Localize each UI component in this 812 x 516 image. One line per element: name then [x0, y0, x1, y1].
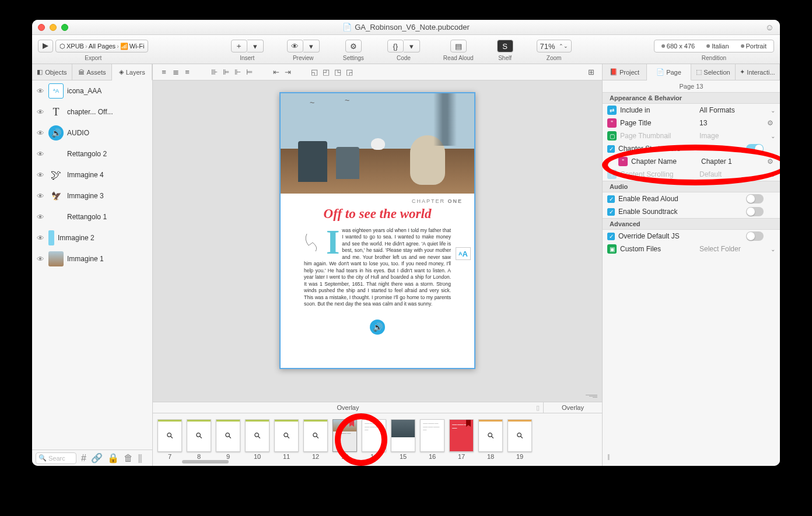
prop-custom-files[interactable]: ▣ Custom Files Select Folder ⌄ — [603, 243, 780, 255]
visibility-toggle[interactable]: 👁 — [36, 233, 45, 243]
checkbox-override-js[interactable]: ✓ — [607, 233, 615, 240]
arrange-icon-2[interactable]: ◰ — [321, 67, 331, 78]
thumb-page-12[interactable]: ⚲12 — [303, 419, 328, 460]
distribute-icon-2[interactable]: ⊫ — [220, 67, 231, 78]
layer-item[interactable]: 👁 🕊 Immagine 4 — [32, 164, 152, 185]
layer-item[interactable]: 👁 ᴬA icona_AAA — [32, 80, 152, 101]
hash-icon[interactable]: # — [81, 453, 86, 464]
layer-item[interactable]: 👁 T chapter... Off... — [32, 101, 152, 122]
checkbox-soundtrack[interactable]: ✓ — [607, 208, 615, 216]
panel-drag-handle[interactable]: ||| — [607, 453, 609, 460]
prop-chapter-name[interactable]: " Chapter Name Chapter 1 ⚙ — [603, 155, 780, 168]
layer-item[interactable]: 👁 Immagine 1 — [32, 248, 152, 269]
lock-icon[interactable]: 🔒 — [107, 452, 119, 464]
thumb-page-18[interactable]: ⚲18 — [478, 419, 503, 460]
link-icon[interactable]: 🔗 — [91, 452, 103, 464]
thumb-scrollbar[interactable] — [159, 460, 596, 465]
prop-chapter-starts[interactable]: ✓ Chapter Starts Here — [603, 142, 780, 155]
toggle-soundtrack[interactable] — [746, 207, 764, 216]
tab-layers[interactable]: ◈Layers — [112, 64, 152, 80]
thumb-page-13[interactable]: ━━━━ ━━━━━ ━━━ ━━━━13 — [332, 419, 357, 460]
rendition-selector[interactable]: 680 x 476 Italian Portrait — [654, 40, 774, 52]
audio-play-button[interactable]: 🔊 — [370, 320, 385, 335]
toggle-chapter-starts[interactable] — [746, 144, 764, 153]
arrange-icon-3[interactable]: ◳ — [332, 67, 343, 78]
preview-button[interactable]: 👁 — [287, 40, 303, 52]
checkbox-chapter-starts[interactable]: ✓ — [607, 145, 615, 153]
thumb-page-10[interactable]: ⚲10 — [245, 419, 270, 460]
toggle-override-js[interactable] — [746, 231, 764, 241]
visibility-toggle[interactable]: 👁 — [36, 107, 45, 117]
settings-button[interactable]: ⚙ — [345, 40, 362, 52]
align-center-icon[interactable]: ≣ — [170, 67, 181, 78]
tab-selection[interactable]: ⬚Selection — [691, 64, 736, 80]
tab-project[interactable]: 📕Project — [603, 64, 647, 80]
visibility-toggle[interactable]: 👁 — [36, 170, 45, 180]
prop-include-in[interactable]: ⇄ Include in All Formats ⌄ — [603, 104, 780, 117]
thumb-page-16[interactable]: ━━━━ ━━━━━ ━━━ ━━━━ ━━━━ ━━━━━ ━━━16 — [420, 419, 444, 460]
code-dropdown[interactable]: ▾ — [404, 40, 420, 52]
tab-interactivity[interactable]: ✦Interacti... — [736, 64, 780, 80]
visibility-toggle[interactable]: 👁 — [36, 191, 45, 201]
minimize-window-button[interactable] — [50, 24, 57, 31]
layer-item[interactable]: 👁 🦅 Immagine 3 — [32, 185, 152, 206]
code-button[interactable]: {} — [387, 40, 404, 52]
arrange-icon-4[interactable]: ◲ — [344, 67, 355, 78]
insert-button[interactable]: ＋ — [231, 40, 247, 52]
thumb-page-17[interactable]: ━━━━ ━━━━━ ━━━ ━━━━17 — [449, 419, 474, 460]
spacing-icon[interactable]: ⇤ — [271, 67, 281, 78]
thumb-page-14[interactable]: ━━━━ ━━━━━ ━━━ ━━━━ ━━━━ ━━━━━ ━━━14 — [362, 419, 386, 460]
spacing-icon-2[interactable]: ⇥ — [282, 67, 293, 78]
distribute-icon-3[interactable]: ⊩ — [232, 67, 243, 78]
visibility-toggle[interactable]: 👁 — [36, 254, 45, 264]
visibility-toggle[interactable]: 👁 — [36, 212, 45, 222]
chevron-down-icon[interactable]: ⌄ — [771, 171, 775, 178]
thumb-page-9[interactable]: ⚲9 — [216, 419, 240, 460]
arrange-icon[interactable]: ◱ — [309, 67, 320, 78]
layer-item[interactable]: 👁 Rettangolo 1 — [32, 206, 152, 227]
thumb-page-15[interactable]: 15 — [391, 419, 415, 460]
canvas-viewport[interactable]: ~ ~ CHAPTER ONE Off to see the world I w… — [153, 80, 602, 402]
thumb-page-7[interactable]: ⚲7 — [158, 419, 182, 460]
distribute-icon[interactable]: ⊪ — [209, 67, 219, 78]
tab-objects[interactable]: ◧Objects — [32, 64, 72, 80]
chevron-down-icon[interactable]: ⌄ — [771, 107, 775, 114]
prop-read-aloud[interactable]: ✓ Enable Read Aloud — [603, 192, 780, 205]
tab-page[interactable]: 📄Page — [647, 64, 691, 80]
prop-page-title[interactable]: " Page Title 13 ⚙ — [603, 117, 780, 129]
visibility-toggle[interactable]: 👁 — [36, 128, 45, 138]
grid-icon[interactable]: ⊞ — [586, 67, 596, 78]
prop-soundtrack[interactable]: ✓ Enable Soundtrack — [603, 205, 780, 218]
chevron-down-icon[interactable]: ⌄ — [771, 133, 775, 139]
tab-assets[interactable]: 🏛Assets — [72, 64, 113, 80]
gear-icon[interactable]: ⚙ — [767, 157, 775, 166]
preview-dropdown[interactable]: ▾ — [303, 40, 320, 52]
thumb-page-11[interactable]: ⚲11 — [274, 419, 299, 460]
insert-dropdown[interactable]: ▾ — [247, 40, 264, 52]
layer-item[interactable]: 👁 Immagine 2 — [32, 227, 152, 248]
checkbox-read-aloud[interactable]: ✓ — [607, 195, 615, 203]
visibility-toggle[interactable]: 👁 — [36, 86, 45, 96]
resize-handle[interactable] — [584, 395, 597, 399]
chevron-down-icon[interactable]: ⌄ — [771, 246, 775, 252]
layer-item[interactable]: 👁 🔊 AUDIO — [32, 122, 152, 143]
close-window-button[interactable] — [38, 24, 45, 31]
align-right-icon[interactable]: ≡ — [182, 67, 192, 78]
maximize-window-button[interactable] — [61, 24, 68, 31]
layer-search-input[interactable]: 🔍 Searc — [36, 452, 76, 464]
text-size-badge[interactable]: AA — [456, 247, 471, 260]
prop-page-thumbnail[interactable]: ▢ Page Thumbnail Image ⌄ — [603, 129, 780, 142]
toggle-read-aloud[interactable] — [746, 194, 764, 203]
prop-override-js[interactable]: ✓ Override Default JS — [603, 230, 780, 243]
visibility-toggle[interactable]: 👁 — [36, 149, 45, 159]
thumb-page-8[interactable]: ⚲8 — [187, 419, 211, 460]
zoom-select[interactable]: 71%⌃⌄ — [537, 40, 572, 52]
page-canvas[interactable]: ~ ~ CHAPTER ONE Off to see the world I w… — [279, 92, 475, 369]
thumb-page-19[interactable]: ⚲19 — [508, 419, 532, 460]
feedback-icon[interactable]: ☺ — [765, 22, 774, 32]
export-breadcrumb[interactable]: ⬡ XPUB › All Pages › 📶 Wi-Fi — [55, 40, 148, 52]
run-button[interactable] — [38, 40, 53, 52]
layer-item[interactable]: 👁 Rettangolo 2 — [32, 143, 152, 164]
gear-icon[interactable]: ⚙ — [767, 119, 775, 127]
align-left-icon[interactable]: ≡ — [159, 67, 169, 78]
